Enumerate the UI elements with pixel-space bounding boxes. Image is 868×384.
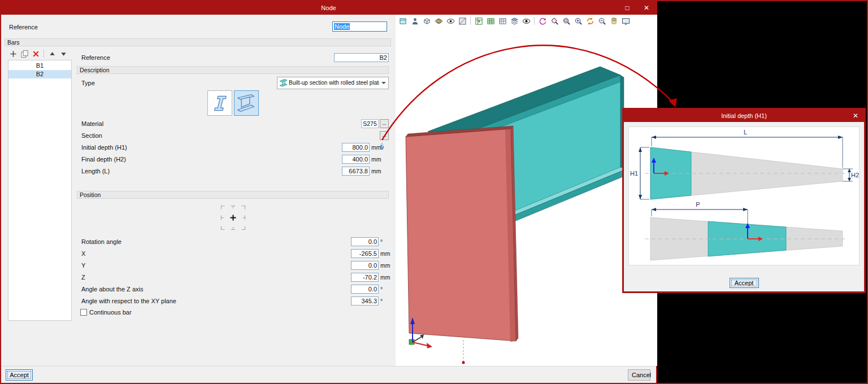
position-anchor-grid — [218, 202, 248, 233]
initial-depth-label: Initial depth (H1) — [77, 144, 342, 151]
node-dialog: Node □ ✕ Reference Node Bars B1B2 Refere… — [1, 1, 657, 383]
bars-group-header: Bars — [5, 38, 391, 46]
bar-list-item-b1[interactable]: B1 — [8, 62, 71, 70]
unit-label: ° — [379, 286, 389, 293]
position-anchor-bottom-left[interactable] — [218, 222, 228, 233]
unit-label: mm — [370, 156, 380, 163]
straight-i-section-icon — [210, 93, 230, 114]
type-row: Type Built-up section with rolled steel … — [77, 77, 389, 88]
screen-icon[interactable] — [620, 15, 631, 27]
z-label: Z — [77, 274, 351, 281]
position-anchor-middle-right[interactable] — [238, 212, 248, 222]
x-row: X -265.5 mm — [77, 248, 389, 259]
continuous-bar-checkbox[interactable] — [80, 309, 87, 316]
x-input[interactable]: -265.5 — [351, 249, 379, 258]
z-row: Z -70.2 mm — [77, 272, 389, 282]
rotation-angle-input[interactable]: 0.0 — [351, 237, 379, 246]
length-input[interactable]: 6673.8 — [342, 167, 370, 176]
type-dropdown[interactable]: Built-up section with rolled steel plate… — [277, 77, 389, 89]
tapered-section-button[interactable] — [234, 90, 259, 116]
close-icon[interactable]: ✕ — [637, 1, 656, 15]
layers-icon[interactable] — [509, 15, 520, 27]
toolbar-separator — [470, 17, 471, 25]
cancel-button[interactable]: Cancel — [628, 369, 650, 381]
popup-titlebar[interactable]: Initial depth (H1) ✕ — [624, 110, 864, 122]
position-anchor-bottom-center[interactable] — [228, 222, 238, 233]
zoom-in-icon[interactable] — [572, 15, 584, 27]
y-row: Y 0.0 mm — [77, 260, 389, 270]
maximize-icon[interactable]: □ — [618, 1, 637, 15]
help-icon[interactable]: ? — [380, 143, 384, 150]
initial-depth-input[interactable]: 800.0 — [342, 143, 370, 152]
section-browse-button[interactable]: ... — [380, 131, 389, 140]
material-browse-button[interactable]: ... — [380, 119, 389, 128]
move-down-icon[interactable] — [58, 49, 68, 59]
titlebar[interactable]: Node □ ✕ — [1, 1, 656, 15]
bars-toolbar — [8, 49, 68, 59]
dim-label-P: P — [696, 201, 700, 208]
tapered-i-section-icon — [236, 93, 257, 114]
position-anchor-center[interactable] — [228, 212, 238, 222]
dim-label-H2: H2 — [851, 172, 859, 178]
section-icon[interactable] — [457, 15, 468, 27]
section-shape-buttons — [77, 90, 389, 117]
report-icon[interactable] — [473, 15, 484, 27]
position-anchor-bottom-right[interactable] — [238, 222, 248, 233]
rotation-angle-row: Rotation angle 0.0 ° — [77, 236, 389, 247]
final-depth-row: Final depth (H2) 400.0 mm — [77, 154, 389, 164]
box-icon[interactable] — [421, 15, 432, 27]
bar-reference-input[interactable]: B2 — [334, 53, 389, 62]
reference-input[interactable]: Node — [332, 21, 387, 32]
position-anchor-top-center[interactable] — [228, 202, 238, 212]
move-up-icon[interactable] — [47, 49, 57, 59]
angle-xy-input[interactable]: 345.3 — [351, 296, 379, 306]
straight-section-button[interactable] — [207, 90, 232, 116]
sheet-icon[interactable] — [397, 15, 409, 27]
y-input[interactable]: 0.0 — [351, 261, 379, 270]
grid-green-icon[interactable] — [485, 15, 496, 27]
user-icon[interactable] — [409, 15, 420, 27]
unit-label: mm — [379, 274, 389, 281]
popup-close-icon[interactable]: ✕ — [848, 110, 863, 122]
visibility-icon[interactable] — [520, 15, 532, 27]
angle-z-input[interactable]: 0.0 — [351, 285, 379, 294]
add-icon[interactable] — [8, 49, 18, 59]
pan-icon[interactable] — [608, 15, 619, 27]
unit-label: mm — [379, 262, 389, 269]
continuous-bar-row: Continuous bar — [77, 307, 389, 317]
accept-button[interactable]: Accept — [6, 369, 33, 381]
popup-accept-button[interactable]: Accept — [730, 278, 759, 288]
zoom-extents-icon[interactable] — [549, 15, 560, 27]
copy-icon[interactable] — [19, 49, 29, 59]
unit-label: mm — [370, 168, 380, 174]
viewport — [396, 15, 657, 366]
delete-icon[interactable] — [31, 49, 41, 59]
z-input[interactable]: -70.2 — [351, 273, 379, 282]
material-row: Material S275 ... — [77, 118, 389, 129]
eye-icon[interactable] — [445, 15, 456, 27]
position-anchor-middle-left[interactable] — [218, 212, 228, 222]
position-anchor-top-left[interactable] — [218, 202, 228, 212]
initial-depth-row: Initial depth (H1) 800.0 mm ? — [77, 142, 389, 152]
unit-label: mm — [370, 144, 380, 151]
refresh-icon[interactable] — [584, 15, 596, 27]
initial-depth-dialog: Initial depth (H1) ✕ L — [622, 108, 866, 293]
unit-label: ° — [379, 298, 389, 304]
bar-list[interactable]: B1B2 — [8, 60, 72, 321]
rotate-r-icon[interactable] — [537, 15, 548, 27]
bar-reference-label: Reference — [77, 54, 334, 61]
dim-label-H1: H1 — [630, 170, 638, 177]
model-3d — [396, 27, 657, 366]
chevron-down-icon — [379, 80, 388, 86]
position-anchor-top-right[interactable] — [238, 202, 248, 212]
zoom-window-icon[interactable] — [561, 15, 572, 27]
bar-list-item-b2[interactable]: B2 — [8, 70, 71, 78]
zoom-out-icon[interactable] — [596, 15, 607, 27]
depth-diagram-panel: L H1 H2 — [628, 126, 860, 265]
3d-view-canvas[interactable] — [396, 27, 657, 366]
table-icon[interactable] — [497, 15, 508, 27]
orbit-sphere-icon[interactable] — [433, 15, 444, 27]
builtup-section-icon — [277, 78, 289, 88]
x-label: X — [77, 250, 351, 257]
final-depth-input[interactable]: 400.0 — [342, 155, 370, 164]
